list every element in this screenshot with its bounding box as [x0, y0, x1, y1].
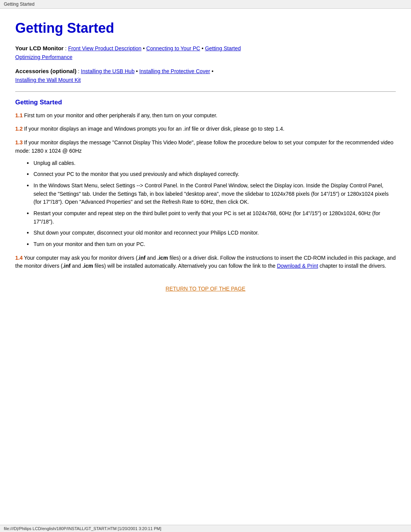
step-1-3-num: 1.3 [15, 139, 22, 145]
return-to-top-section: RETURN TO TOP OF THE PAGE [15, 286, 396, 292]
list-item: Turn on your monitor and then turn on yo… [27, 240, 396, 249]
accessories-nav: Accessories (optional) : Installing the … [15, 67, 396, 84]
link-download-print[interactable]: Download & Print [277, 263, 318, 269]
list-item: Connect your PC to the monitor that you … [27, 170, 396, 179]
link-connecting[interactable]: Connecting to Your PC [146, 45, 200, 51]
list-item: Restart your computer and repeat step on… [27, 209, 396, 226]
list-item: Unplug all cables. [27, 159, 396, 168]
link-front-view[interactable]: Front View Product Description [68, 45, 142, 51]
step-1-2: 1.2 If your monitor displays an image an… [15, 125, 396, 133]
step-1-2-text: If your monitor displays an image and Wi… [24, 126, 284, 132]
step-1-3: 1.3 If your monitor displays the message… [15, 139, 396, 249]
list-item: In the Windows Start Menu, select Settin… [27, 182, 396, 206]
step-1-4-text-after: chapter to install the drivers. [318, 263, 386, 269]
status-bar-path: file:///D|/Philips LCD/english/180P/INST… [4, 526, 161, 531]
link-wall-mount[interactable]: Installing the Wall Mount Kit [15, 77, 81, 83]
link-usb-hub[interactable]: Installing the USB Hub [81, 68, 135, 74]
page-title: Getting Started [15, 20, 396, 36]
your-lcd-label: Your LCD Monitor [15, 45, 64, 51]
step-1-4: 1.4 Your computer may ask you for monito… [15, 254, 396, 270]
link-protective-cover[interactable]: Installing the Protective Cover [139, 68, 210, 74]
lcd-monitor-nav: Your LCD Monitor : Front View Product De… [15, 44, 396, 61]
return-to-top-link[interactable]: RETURN TO TOP OF THE PAGE [166, 286, 245, 292]
bullet-list: Unplug all cables. Connect your PC to th… [27, 159, 396, 249]
accessories-label: Accessories (optional) [15, 68, 76, 74]
step-1-1-num: 1.1 [15, 112, 22, 118]
step-1-1: 1.1 First turn on your monitor and other… [15, 112, 396, 120]
step-1-1-text: First turn on your monitor and other per… [24, 112, 217, 118]
breadcrumb-text: Getting Started [4, 2, 35, 7]
link-optimizing[interactable]: Optimizing Performance [15, 54, 72, 60]
step-1-4-num: 1.4 [15, 255, 22, 261]
status-bar: file:///D|/Philips LCD/english/180P/INST… [0, 525, 411, 532]
link-getting-started-nav[interactable]: Getting Started [205, 45, 241, 51]
step-1-3-text: If your monitor displays the message "Ca… [15, 139, 393, 154]
section-heading: Getting Started [15, 99, 396, 106]
browser-breadcrumb: Getting Started [0, 0, 411, 9]
divider [15, 91, 396, 92]
step-1-2-num: 1.2 [15, 126, 22, 132]
list-item: Shut down your computer, disconnect your… [27, 229, 396, 237]
